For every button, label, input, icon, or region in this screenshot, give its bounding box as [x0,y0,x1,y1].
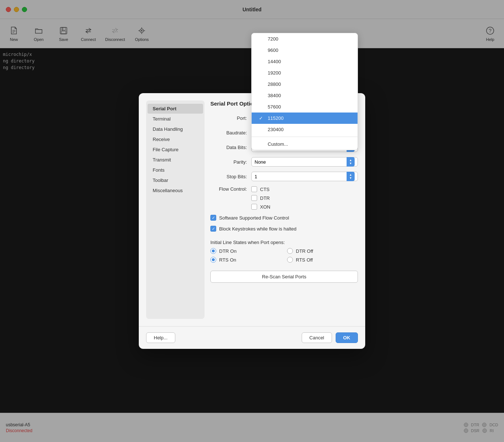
port-label: Port: [210,115,247,121]
footer-right: Cancel OK [302,332,358,343]
sidebar-item-receive[interactable]: Receive [148,134,203,144]
sidebar-item-miscellaneous[interactable]: Miscellaneous [148,186,203,195]
stopbits-stepper[interactable]: ▲ ▼ [347,172,355,181]
modal-overlay: Serial Port Terminal Data Handling Recei… [0,0,504,442]
dialog-footer: Help... Cancel OK [139,326,365,349]
sidebar-item-toolbar[interactable]: Toolbar [148,175,203,185]
baudrate-option-38400[interactable]: 38400 [252,90,358,101]
rts-on-radio[interactable] [210,257,216,263]
cts-checkbox[interactable] [251,186,257,192]
help-button[interactable]: Help... [146,332,175,343]
xon-checkbox[interactable] [251,204,257,210]
baudrate-row: Baudrate: 115200 ▲ ▼ [210,128,358,137]
baudrate-option-9600[interactable]: 9600 [252,45,358,56]
dialog-main: Serial Port Options Port: ▲ ▼ ▶ [210,100,358,319]
parity-stepper[interactable]: ▲ ▼ [347,157,355,167]
cancel-button[interactable]: Cancel [302,332,332,343]
sidebar-item-serial-port[interactable]: Serial Port [148,104,203,114]
stopbits-select[interactable]: 1 ▲ ▼ [251,172,358,181]
initial-line-section: Initial Line States when Port opens: DTR… [210,240,358,263]
xon-row: XON [251,204,270,210]
databits-label: Data Bits: [210,145,247,150]
sidebar-item-file-capture[interactable]: File Capture [148,145,203,155]
dtr-off-label: DTR Off [296,248,313,254]
sidebar-item-fonts[interactable]: Fonts [148,165,203,175]
block-keystrokes-checkbox[interactable] [210,226,216,232]
dialog: Serial Port Terminal Data Handling Recei… [139,93,365,349]
baudrate-label: Baudrate: [210,130,247,136]
flowcontrol-label: Flow Control: [210,186,247,192]
dropdown-separator [252,137,358,137]
software-flow-row: Software Supported Flow Control [210,215,358,221]
block-keystrokes-row: Block Keystrokes while flow is halted [210,226,358,232]
rts-off-row: RTS Off [287,257,358,263]
dtr-off-radio[interactable] [287,248,293,254]
baudrate-dropdown: 7200 9600 14400 [251,33,358,150]
software-flow-checkbox[interactable] [210,215,216,221]
parity-value: None [255,159,266,165]
baudrate-option-57600[interactable]: 57600 [252,101,358,113]
initial-line-radios: DTR On DTR Off RTS On RTS Off [210,248,358,263]
baudrate-option-14400[interactable]: 14400 [252,56,358,67]
software-flow-label: Software Supported Flow Control [219,215,289,221]
rescan-button[interactable]: Re-Scan Serial Ports [210,271,358,283]
baudrate-option-115200[interactable]: ✓ 115200 [252,113,358,124]
baudrate-option-7200[interactable]: 7200 [252,33,358,45]
xon-label: XON [260,204,270,210]
cts-row: CTS [251,186,270,192]
dtr-on-label: DTR On [219,248,237,254]
baudrate-option-19200[interactable]: 19200 [252,67,358,79]
sidebar-item-data-handling[interactable]: Data Handling [148,124,203,134]
baudrate-option-custom[interactable]: Custom... [252,138,358,150]
sidebar-item-terminal[interactable]: Terminal [148,114,203,124]
rts-on-row: RTS On [210,257,281,263]
ok-button[interactable]: OK [336,332,358,343]
stopbits-label: Stop Bits: [210,174,247,179]
rts-off-radio[interactable] [287,257,293,263]
baudrate-option-28800[interactable]: 28800 [252,79,358,90]
dtr-checkbox[interactable] [251,195,257,201]
stopbits-row: Stop Bits: 1 ▲ ▼ [210,172,358,181]
initial-line-label: Initial Line States when Port opens: [210,240,358,245]
cts-label: CTS [260,187,270,192]
stopbits-value: 1 [255,174,257,179]
parity-label: Parity: [210,159,247,165]
block-keystrokes-label: Block Keystrokes while flow is halted [219,226,297,232]
sidebar-item-transmit[interactable]: Transmit [148,155,203,165]
parity-select[interactable]: None ▲ ▼ [251,157,358,167]
dtr-label: DTR [260,195,270,201]
parity-row: Parity: None ▲ ▼ [210,157,358,167]
dtr-on-row: DTR On [210,248,281,254]
dtr-off-row: DTR Off [287,248,358,254]
dtr-row: DTR [251,195,270,201]
rts-off-label: RTS Off [296,257,313,263]
flowcontrol-row: Flow Control: CTS DTR XON [210,186,358,210]
rts-on-label: RTS On [219,257,236,263]
dialog-sidebar: Serial Port Terminal Data Handling Recei… [146,100,205,319]
dtr-on-radio[interactable] [210,248,216,254]
baudrate-option-230400[interactable]: 230400 [252,124,358,135]
